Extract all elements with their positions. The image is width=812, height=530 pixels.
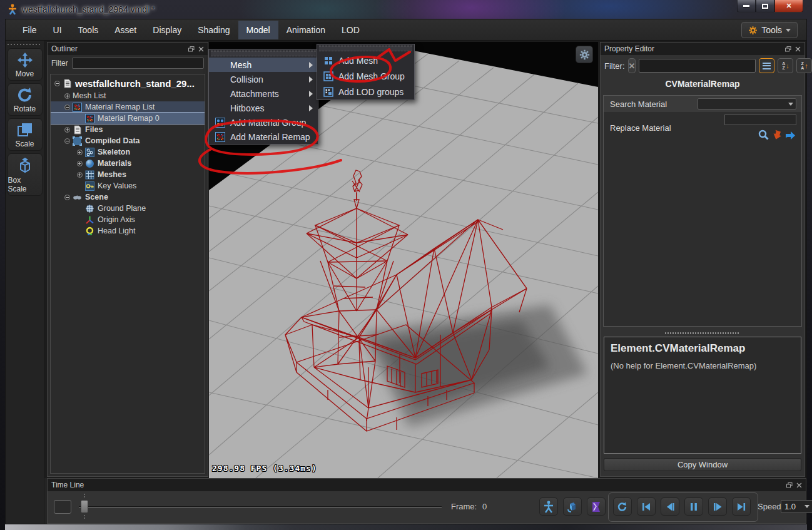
tree-row-mesh-list[interactable]: Mesh List (51, 90, 205, 101)
expander-icon[interactable] (77, 161, 83, 166)
menu-item-label: Mesh (230, 60, 251, 70)
float-panel-icon[interactable] (785, 46, 791, 52)
menu-tearoff-handle[interactable] (211, 51, 316, 56)
go-to-start-button[interactable] (637, 497, 656, 516)
transform-toolbar: Move Rotate Scale Box Scale (6, 41, 44, 524)
pause-button[interactable] (684, 497, 703, 516)
timeline-slider-track[interactable] (79, 506, 442, 507)
main-area: Outliner Filter westfallchurch_stand_29.… (44, 41, 806, 478)
float-panel-icon[interactable] (786, 482, 793, 488)
tree-row-materials[interactable]: Materials (51, 158, 205, 169)
go-to-end-button[interactable] (732, 497, 751, 516)
element-class-title: CVMaterialRemap (601, 76, 804, 93)
close-panel-icon[interactable] (198, 46, 204, 52)
menu-shading[interactable]: Shading (190, 21, 238, 39)
menu-item-attachments[interactable]: Attachments (209, 86, 318, 101)
panel-splitter[interactable] (601, 330, 804, 335)
menu-model[interactable]: Model (238, 21, 278, 39)
menu-item-collision[interactable]: Collision (209, 72, 318, 86)
menu-lod[interactable]: LOD (333, 21, 368, 39)
menu-item-add-material-remap[interactable]: Add Material Remap (209, 130, 318, 144)
menu-tools[interactable]: Tools (70, 21, 107, 39)
sort-descending-button[interactable]: ZA↑ (796, 58, 812, 73)
tree-row-asset-root[interactable]: westfallchurch_stand_29... (51, 76, 205, 90)
tree-row-scene[interactable]: Scene (51, 191, 205, 203)
viewport-settings-button[interactable] (576, 46, 593, 63)
expander-icon[interactable] (64, 93, 70, 99)
menu-file[interactable]: File (14, 21, 45, 39)
menu-animation[interactable]: Animation (278, 21, 333, 39)
search-magnifier-icon[interactable] (758, 130, 769, 141)
tree-row-key-values[interactable]: Key Values (51, 180, 205, 191)
property-form: Search Material Replace Material (603, 95, 802, 327)
float-panel-icon[interactable] (188, 46, 195, 52)
maximize-button[interactable] (756, 0, 774, 13)
ground-plane-icon (85, 204, 94, 213)
step-back-button[interactable] (661, 497, 679, 516)
expander-icon[interactable] (77, 172, 83, 178)
menu-asset[interactable]: Asset (106, 21, 145, 39)
menu-item-add-mesh[interactable]: Add Mesh (317, 53, 414, 68)
menu-item-add-material-group[interactable]: Add Material Group (209, 115, 318, 130)
show-animation-layers-button[interactable] (587, 497, 606, 516)
sort-ascending-button[interactable]: AZ↓ (778, 58, 793, 73)
tree-label: Material Remap List (85, 103, 155, 111)
tree-label: Skeleton (98, 148, 130, 156)
box-scale-tool-button[interactable]: Box Scale (8, 153, 43, 196)
tree-row-ground-plane[interactable]: Ground Plane (51, 203, 205, 214)
expander-icon[interactable] (54, 81, 60, 86)
search-material-row: Search Material (604, 96, 801, 112)
show-skeleton-button[interactable] (539, 497, 558, 516)
tree-row-head-light[interactable]: Head Light (51, 225, 205, 237)
close-panel-icon[interactable] (796, 482, 802, 488)
menu-tearoff-handle[interactable] (319, 46, 412, 51)
frame-number-input[interactable] (54, 500, 71, 514)
apply-right-arrow-icon[interactable] (784, 130, 796, 141)
help-title: Element.CVMaterialRemap (611, 342, 794, 355)
search-material-combobox[interactable] (698, 98, 796, 110)
menu-item-mesh[interactable]: Mesh (209, 58, 318, 72)
show-physics-button[interactable] (563, 497, 582, 516)
menu-item-add-lod-groups[interactable]: Add LOD groups (317, 84, 414, 99)
copy-window-button[interactable]: Copy Window (604, 458, 801, 471)
property-filter-input[interactable] (639, 59, 756, 73)
key-icon (85, 181, 94, 191)
scale-tool-button[interactable]: Scale (8, 118, 43, 151)
expander-icon[interactable] (64, 127, 70, 133)
expander-icon[interactable] (64, 104, 70, 110)
expander-icon[interactable] (77, 150, 83, 155)
tree-row-meshes[interactable]: Meshes (51, 169, 205, 180)
replace-material-input[interactable] (724, 115, 796, 125)
outliner-filter-input[interactable] (72, 58, 204, 69)
close-panel-icon[interactable] (795, 46, 801, 52)
tree-row-origin-axis[interactable]: Origin Axis (51, 214, 205, 225)
tree-row-material-remap-0[interactable]: Material Remap 0 (51, 113, 205, 124)
menu-item-add-mesh-group[interactable]: Add Mesh Group (317, 68, 414, 84)
close-button[interactable]: ✕ (774, 0, 803, 13)
menu-ui[interactable]: UI (45, 21, 70, 39)
minimize-button[interactable] (737, 0, 756, 13)
tree-row-skeleton[interactable]: Skeleton (51, 146, 205, 158)
toolbar-drag-handle[interactable] (8, 42, 42, 47)
expander-icon[interactable] (64, 138, 70, 144)
expander-icon[interactable] (64, 195, 70, 200)
tree-row-files[interactable]: Files (51, 124, 205, 135)
window-bottom-border (5, 524, 807, 530)
close-icon: ✕ (786, 2, 791, 10)
move-tool-button[interactable]: Move (8, 48, 43, 81)
clear-filter-button[interactable]: ✕ (628, 58, 636, 73)
tools-dropdown-button[interactable]: Tools (741, 22, 798, 38)
tree-row-material-remap-list[interactable]: Material Remap List (51, 101, 205, 113)
tree-row-compiled-data[interactable]: Compiled Data (51, 135, 205, 146)
loop-playback-button[interactable] (613, 497, 632, 516)
speed-dropdown[interactable]: 1.0 (781, 500, 812, 513)
menu-display[interactable]: Display (145, 21, 190, 39)
list-view-button[interactable] (759, 58, 774, 73)
paste-down-arrow-icon[interactable] (771, 130, 783, 141)
timeline-slider-handle[interactable] (81, 500, 88, 513)
rotate-tool-button[interactable]: Rotate (8, 83, 43, 116)
material-group-icon (215, 118, 225, 128)
material-remap-icon (215, 132, 225, 142)
menu-item-hitboxes[interactable]: Hitboxes (209, 101, 318, 115)
play-button[interactable] (708, 497, 727, 516)
